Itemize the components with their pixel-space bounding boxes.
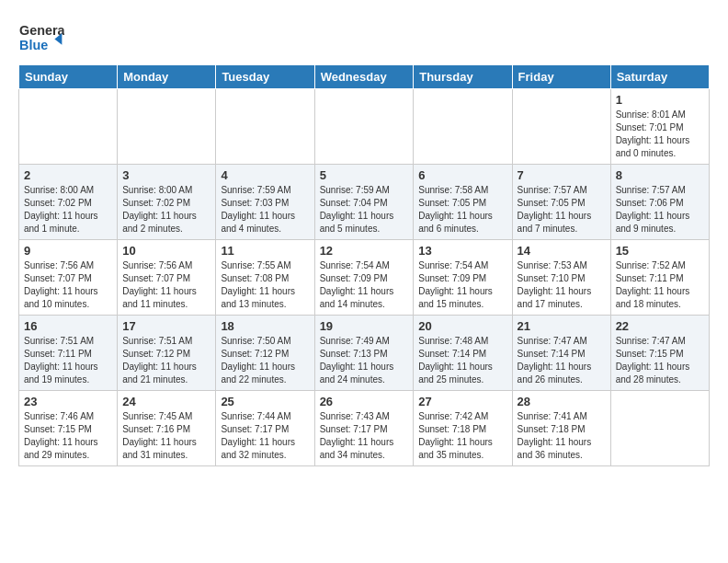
day-number: 9 <box>24 244 112 258</box>
day-info: Sunrise: 8:00 AM Sunset: 7:02 PM Dayligh… <box>122 184 210 236</box>
calendar-cell: 18Sunrise: 7:50 AM Sunset: 7:12 PM Dayli… <box>216 316 314 391</box>
day-info: Sunrise: 8:00 AM Sunset: 7:02 PM Dayligh… <box>24 184 112 236</box>
calendar-cell: 24Sunrise: 7:45 AM Sunset: 7:16 PM Dayli… <box>118 391 216 466</box>
calendar-cell: 14Sunrise: 7:53 AM Sunset: 7:10 PM Dayli… <box>512 240 610 316</box>
day-info: Sunrise: 7:57 AM Sunset: 7:06 PM Dayligh… <box>616 184 704 236</box>
day-number: 19 <box>320 319 409 333</box>
day-info: Sunrise: 7:54 AM Sunset: 7:09 PM Dayligh… <box>418 259 506 311</box>
day-info: Sunrise: 7:43 AM Sunset: 7:17 PM Dayligh… <box>320 410 409 462</box>
day-info: Sunrise: 7:56 AM Sunset: 7:07 PM Dayligh… <box>122 259 210 311</box>
calendar-cell: 7Sunrise: 7:57 AM Sunset: 7:05 PM Daylig… <box>512 165 610 240</box>
calendar-cell: 16Sunrise: 7:51 AM Sunset: 7:11 PM Dayli… <box>19 316 118 391</box>
day-number: 18 <box>221 319 309 333</box>
calendar-cell: 6Sunrise: 7:58 AM Sunset: 7:05 PM Daylig… <box>414 165 512 240</box>
calendar-cell: 12Sunrise: 7:54 AM Sunset: 7:09 PM Dayli… <box>314 240 414 316</box>
day-info: Sunrise: 7:42 AM Sunset: 7:18 PM Dayligh… <box>418 410 506 462</box>
calendar-cell <box>19 89 118 165</box>
calendar-cell: 8Sunrise: 7:57 AM Sunset: 7:06 PM Daylig… <box>610 165 709 240</box>
calendar-cell: 27Sunrise: 7:42 AM Sunset: 7:18 PM Dayli… <box>414 391 512 466</box>
weekday-header-row: SundayMondayTuesdayWednesdayThursdayFrid… <box>19 65 710 89</box>
day-info: Sunrise: 7:41 AM Sunset: 7:18 PM Dayligh… <box>518 410 606 462</box>
calendar-cell: 28Sunrise: 7:41 AM Sunset: 7:18 PM Dayli… <box>512 391 610 466</box>
weekday-header: Wednesday <box>314 65 414 89</box>
day-number: 3 <box>122 168 210 182</box>
calendar-cell <box>610 391 709 466</box>
day-number: 17 <box>122 319 210 333</box>
day-info: Sunrise: 7:50 AM Sunset: 7:12 PM Dayligh… <box>221 335 309 386</box>
day-number: 27 <box>418 395 506 408</box>
calendar-week-row: 23Sunrise: 7:46 AM Sunset: 7:15 PM Dayli… <box>19 391 710 466</box>
day-number: 11 <box>221 244 309 258</box>
calendar-cell: 17Sunrise: 7:51 AM Sunset: 7:12 PM Dayli… <box>118 316 216 391</box>
logo: General Blue <box>18 18 64 55</box>
day-number: 8 <box>616 168 704 182</box>
calendar-cell: 3Sunrise: 8:00 AM Sunset: 7:02 PM Daylig… <box>118 165 216 240</box>
calendar-cell <box>414 89 512 165</box>
calendar-cell: 10Sunrise: 7:56 AM Sunset: 7:07 PM Dayli… <box>118 240 216 316</box>
page-header: General Blue <box>18 18 710 55</box>
day-number: 7 <box>518 168 606 182</box>
day-info: Sunrise: 7:47 AM Sunset: 7:15 PM Dayligh… <box>616 335 704 386</box>
calendar-cell: 25Sunrise: 7:44 AM Sunset: 7:17 PM Dayli… <box>216 391 314 466</box>
calendar-cell: 13Sunrise: 7:54 AM Sunset: 7:09 PM Dayli… <box>414 240 512 316</box>
day-info: Sunrise: 8:01 AM Sunset: 7:01 PM Dayligh… <box>616 109 704 160</box>
svg-text:General: General <box>19 23 64 38</box>
weekday-header: Sunday <box>19 65 118 89</box>
day-number: 13 <box>418 244 506 258</box>
day-info: Sunrise: 7:54 AM Sunset: 7:09 PM Dayligh… <box>320 259 409 311</box>
day-number: 23 <box>24 395 112 408</box>
day-number: 26 <box>320 395 409 408</box>
day-info: Sunrise: 7:55 AM Sunset: 7:08 PM Dayligh… <box>221 259 309 311</box>
calendar-cell: 22Sunrise: 7:47 AM Sunset: 7:15 PM Dayli… <box>610 316 709 391</box>
day-info: Sunrise: 7:44 AM Sunset: 7:17 PM Dayligh… <box>221 410 309 462</box>
day-info: Sunrise: 7:47 AM Sunset: 7:14 PM Dayligh… <box>518 335 606 386</box>
day-info: Sunrise: 7:48 AM Sunset: 7:14 PM Dayligh… <box>418 335 506 386</box>
calendar-cell <box>512 89 610 165</box>
day-info: Sunrise: 7:52 AM Sunset: 7:11 PM Dayligh… <box>616 259 704 311</box>
calendar-cell: 4Sunrise: 7:59 AM Sunset: 7:03 PM Daylig… <box>216 165 314 240</box>
calendar-cell: 9Sunrise: 7:56 AM Sunset: 7:07 PM Daylig… <box>19 240 118 316</box>
calendar-cell: 2Sunrise: 8:00 AM Sunset: 7:02 PM Daylig… <box>19 165 118 240</box>
day-number: 25 <box>221 395 309 408</box>
calendar-week-row: 2Sunrise: 8:00 AM Sunset: 7:02 PM Daylig… <box>19 165 710 240</box>
calendar-cell: 20Sunrise: 7:48 AM Sunset: 7:14 PM Dayli… <box>414 316 512 391</box>
calendar-week-row: 1Sunrise: 8:01 AM Sunset: 7:01 PM Daylig… <box>19 89 710 165</box>
calendar-cell: 1Sunrise: 8:01 AM Sunset: 7:01 PM Daylig… <box>610 89 709 165</box>
day-number: 28 <box>518 395 606 408</box>
calendar-cell: 26Sunrise: 7:43 AM Sunset: 7:17 PM Dayli… <box>314 391 414 466</box>
calendar-cell <box>216 89 314 165</box>
day-number: 6 <box>418 168 506 182</box>
weekday-header: Friday <box>512 65 610 89</box>
day-number: 15 <box>616 244 704 258</box>
weekday-header: Monday <box>118 65 216 89</box>
day-number: 24 <box>122 395 210 408</box>
day-number: 12 <box>320 244 409 258</box>
day-number: 21 <box>518 319 606 333</box>
day-number: 20 <box>418 319 506 333</box>
day-number: 2 <box>24 168 112 182</box>
weekday-header: Tuesday <box>216 65 314 89</box>
calendar-cell: 15Sunrise: 7:52 AM Sunset: 7:11 PM Dayli… <box>610 240 709 316</box>
day-number: 10 <box>122 244 210 258</box>
calendar-cell: 23Sunrise: 7:46 AM Sunset: 7:15 PM Dayli… <box>19 391 118 466</box>
day-number: 5 <box>320 168 409 182</box>
calendar-cell: 11Sunrise: 7:55 AM Sunset: 7:08 PM Dayli… <box>216 240 314 316</box>
day-info: Sunrise: 7:56 AM Sunset: 7:07 PM Dayligh… <box>24 259 112 311</box>
logo-icon: General Blue <box>18 18 64 55</box>
calendar-week-row: 16Sunrise: 7:51 AM Sunset: 7:11 PM Dayli… <box>19 316 710 391</box>
weekday-header: Thursday <box>414 65 512 89</box>
day-number: 14 <box>518 244 606 258</box>
calendar-week-row: 9Sunrise: 7:56 AM Sunset: 7:07 PM Daylig… <box>19 240 710 316</box>
day-number: 22 <box>616 319 704 333</box>
day-info: Sunrise: 7:45 AM Sunset: 7:16 PM Dayligh… <box>122 410 210 462</box>
day-info: Sunrise: 7:58 AM Sunset: 7:05 PM Dayligh… <box>418 184 506 236</box>
day-info: Sunrise: 7:59 AM Sunset: 7:04 PM Dayligh… <box>320 184 409 236</box>
day-number: 16 <box>24 319 112 333</box>
day-number: 1 <box>616 93 704 107</box>
day-info: Sunrise: 7:57 AM Sunset: 7:05 PM Dayligh… <box>518 184 606 236</box>
day-info: Sunrise: 7:46 AM Sunset: 7:15 PM Dayligh… <box>24 410 112 462</box>
calendar-cell: 21Sunrise: 7:47 AM Sunset: 7:14 PM Dayli… <box>512 316 610 391</box>
day-info: Sunrise: 7:59 AM Sunset: 7:03 PM Dayligh… <box>221 184 309 236</box>
day-info: Sunrise: 7:51 AM Sunset: 7:12 PM Dayligh… <box>122 335 210 386</box>
day-number: 4 <box>221 168 309 182</box>
